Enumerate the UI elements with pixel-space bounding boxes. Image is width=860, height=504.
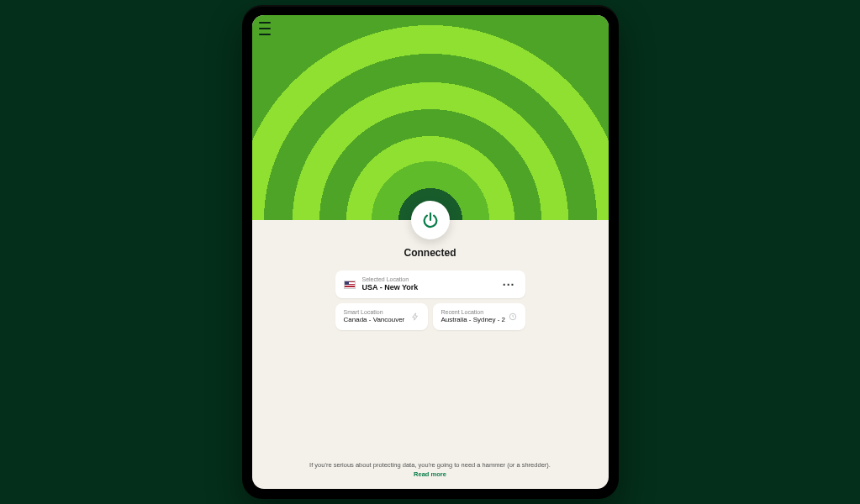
footer-tip: If you're serious about protecting data,… [252,461,609,489]
hero-section [252,15,609,220]
smart-location-label: Smart Location [344,309,405,316]
clock-icon [509,312,517,321]
app-screen: Connected Selected Location USA - New Yo… [252,15,609,489]
recent-location-label: Recent Location [441,309,505,316]
menu-button[interactable] [259,22,276,35]
smart-location-value: Canada - Vancouver [344,316,405,324]
bolt-icon [411,312,419,321]
recent-location-card[interactable]: Recent Location Australia - Sydney - 2 [433,303,525,330]
tablet-frame: Connected Selected Location USA - New Yo… [242,5,619,499]
footer-text: If you're serious about protecting data,… [309,461,551,469]
selected-location-value: USA - New York [362,283,494,293]
smart-location-card[interactable]: Smart Location Canada - Vancouver [335,303,428,330]
more-button[interactable]: ··· [501,278,517,291]
selected-location-label: Selected Location [362,276,494,283]
connection-status: Connected [252,247,609,259]
power-button[interactable] [411,201,450,239]
location-cards: Selected Location USA - New York ··· Sma… [335,270,525,330]
selected-location-card[interactable]: Selected Location USA - New York ··· [335,270,525,298]
read-more-link[interactable]: Read more [286,470,575,479]
power-icon [421,211,440,229]
menu-icon [259,22,271,24]
recent-location-value: Australia - Sydney - 2 [441,316,505,324]
flag-icon [344,281,356,289]
